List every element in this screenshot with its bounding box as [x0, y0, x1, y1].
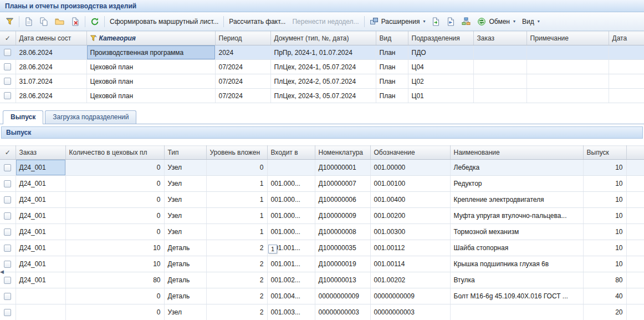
row-checkbox[interactable]: [4, 293, 11, 300]
column-header[interactable]: Количество в цеховых пл: [65, 146, 164, 160]
filter-button[interactable]: [2, 14, 17, 29]
cell[interactable]: 28.06.2024: [16, 45, 86, 60]
cell[interactable]: 001.00112: [370, 240, 450, 256]
cell[interactable]: 10: [583, 208, 626, 224]
open-button[interactable]: [52, 14, 68, 29]
extensions-button[interactable]: Расширения ▾: [366, 14, 429, 29]
cell[interactable]: 80: [65, 272, 164, 288]
cell[interactable]: [473, 60, 527, 74]
row-checkbox[interactable]: [4, 277, 11, 284]
cell[interactable]: Д100000008: [315, 224, 370, 240]
column-header[interactable]: Дата: [609, 32, 644, 45]
cell[interactable]: Ц02: [408, 74, 473, 89]
cell[interactable]: 2: [206, 240, 267, 256]
cell[interactable]: [16, 288, 65, 304]
cell[interactable]: Ц01: [408, 89, 473, 103]
column-header[interactable]: Номенклатура: [315, 146, 370, 160]
calc-fact-button[interactable]: Рассчитать факт...: [226, 14, 289, 29]
route-list-button[interactable]: Сформировать маршрутный лист...: [106, 14, 222, 29]
cell[interactable]: 2: [206, 272, 267, 288]
table-row[interactable]: Д24_0010Узел1001.000...Д100000009001.002…: [0, 208, 644, 224]
cell[interactable]: 00000000003: [370, 304, 450, 320]
tab-vypusk[interactable]: Выпуск: [3, 110, 43, 124]
cell[interactable]: Д24_001: [16, 224, 65, 240]
cell[interactable]: Деталь: [164, 256, 206, 272]
cell[interactable]: Тормозной механизм: [450, 224, 583, 240]
cell[interactable]: [609, 89, 644, 103]
cell[interactable]: [609, 74, 644, 89]
cell[interactable]: 001.001...: [267, 256, 315, 272]
refresh-button[interactable]: [87, 14, 103, 29]
cell[interactable]: Лебедка: [450, 160, 583, 176]
cell[interactable]: Д24_001: [16, 240, 65, 256]
cell[interactable]: 2: [206, 288, 267, 304]
table-row[interactable]: Д24_00110Деталь2001.001...Д100000035001.…: [0, 240, 644, 256]
row-checkbox[interactable]: [4, 245, 11, 252]
cell[interactable]: Д24_001: [16, 176, 65, 192]
cell[interactable]: 0: [65, 176, 164, 192]
splitter-collapse-arrow[interactable]: ◀: [0, 268, 4, 276]
cell[interactable]: 10: [65, 240, 164, 256]
cell[interactable]: План: [376, 45, 408, 60]
cell[interactable]: 10: [583, 224, 626, 240]
export-file-button[interactable]: [428, 14, 443, 29]
column-header[interactable]: Период: [215, 32, 270, 45]
cell[interactable]: 28.06.2024: [16, 60, 86, 74]
cell[interactable]: 10: [583, 176, 626, 192]
row-checkbox[interactable]: [4, 49, 11, 56]
cell[interactable]: 10: [583, 192, 626, 208]
cell[interactable]: ПДО: [408, 45, 473, 60]
cell[interactable]: [473, 45, 527, 60]
cell[interactable]: 00000000009: [315, 288, 370, 304]
cell[interactable]: Узел: [164, 208, 206, 224]
cell[interactable]: 001.00000: [370, 160, 450, 176]
row-checkbox[interactable]: [4, 212, 11, 220]
cell[interactable]: Крепление электродвигателя: [450, 192, 583, 208]
cell[interactable]: 28.06.2024: [16, 89, 86, 103]
table-row[interactable]: 31.07.2024Цеховой план07/2024ПлЦех, 2024…: [0, 74, 644, 89]
cell[interactable]: [450, 304, 583, 320]
cell[interactable]: 0: [65, 192, 164, 208]
cell[interactable]: Цеховой план: [86, 74, 215, 89]
cell[interactable]: 07/2024: [215, 74, 270, 89]
cell[interactable]: 10: [583, 240, 626, 256]
row-checkbox[interactable]: [4, 164, 11, 171]
cell[interactable]: 001.003...: [267, 304, 315, 320]
table-row[interactable]: 28.06.2024Цеховой план07/2024ПлЦех, 2024…: [0, 60, 644, 74]
cell[interactable]: 0: [65, 208, 164, 224]
column-header[interactable]: Входит в: [267, 146, 315, 160]
cell[interactable]: Редуктор: [450, 176, 583, 192]
cell[interactable]: 40: [583, 288, 626, 304]
cell[interactable]: Узел: [164, 176, 206, 192]
cell[interactable]: 001.00114: [370, 256, 450, 272]
cell[interactable]: Деталь: [164, 288, 206, 304]
column-header[interactable]: Обозначение: [370, 146, 450, 160]
view-button[interactable]: Вид ▾: [519, 14, 543, 29]
cell[interactable]: 00000000003: [315, 304, 370, 320]
cell[interactable]: 00000000009: [370, 288, 450, 304]
row-checkbox[interactable]: [4, 196, 11, 204]
cell[interactable]: 1: [206, 192, 267, 208]
cell[interactable]: План: [376, 60, 408, 74]
cell[interactable]: 10: [583, 160, 626, 176]
column-header[interactable]: Документ (тип, №, дата): [270, 32, 376, 45]
row-checkbox[interactable]: [4, 228, 11, 236]
cell[interactable]: 1: [206, 208, 267, 224]
cell[interactable]: Производственная программа: [86, 45, 215, 60]
cell[interactable]: [16, 304, 65, 320]
cell[interactable]: 001.00202: [370, 272, 450, 288]
cell[interactable]: Цеховой план: [86, 89, 215, 103]
tab-zagruzka-podrazdelenij[interactable]: Загрузка подразделений: [45, 110, 136, 124]
cell[interactable]: 001.00100: [370, 176, 450, 192]
table-row[interactable]: 28.06.2024Цеховой план07/2024ПлЦех, 2024…: [0, 89, 644, 103]
table-row[interactable]: 28.06.2024Производственная программа2024…: [0, 45, 644, 60]
cell[interactable]: Ц04: [408, 60, 473, 74]
cell[interactable]: Втулка: [450, 272, 583, 288]
delete-button[interactable]: [68, 14, 83, 29]
cell[interactable]: Муфта упругая втулочно-пальцева...: [450, 208, 583, 224]
row-checkbox[interactable]: [4, 92, 11, 99]
select-all-header[interactable]: ✓: [0, 146, 16, 160]
add-button[interactable]: [21, 14, 36, 29]
cell[interactable]: Д100000001: [315, 160, 370, 176]
cell[interactable]: Болт М16-6g 45.109.40Х.016 ГОСТ ...: [450, 288, 583, 304]
